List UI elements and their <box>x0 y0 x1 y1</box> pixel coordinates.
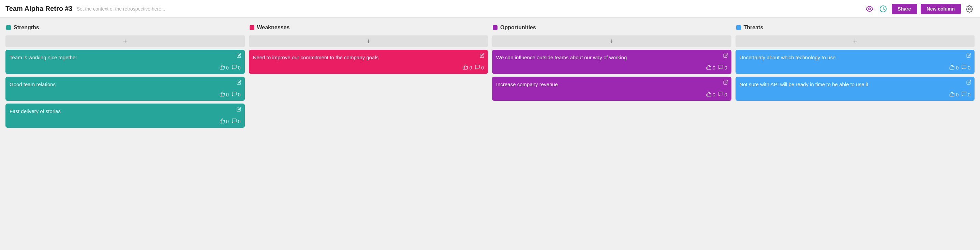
clock-icon <box>880 5 887 13</box>
card-comments[interactable]: 0 <box>232 118 241 125</box>
comment-icon <box>718 64 724 71</box>
card-footer: 0 0 <box>740 91 971 98</box>
edit-icon[interactable] <box>237 107 242 113</box>
add-card-button-weaknesses[interactable]: + <box>249 35 488 47</box>
card: Need to improve our commitment to the co… <box>249 50 488 74</box>
comment-count: 0 <box>238 65 241 71</box>
comment-icon <box>232 64 237 71</box>
comment-count: 0 <box>238 119 241 124</box>
card-footer: 0 0 <box>253 64 484 71</box>
share-button[interactable]: Share <box>892 4 917 14</box>
card: Fast delivery of stories 0 0 <box>5 104 245 128</box>
header-actions: Share New column <box>864 4 975 14</box>
card-footer: 0 0 <box>496 91 727 98</box>
like-icon <box>463 64 468 71</box>
new-column-button[interactable]: New column <box>921 4 961 14</box>
like-count: 0 <box>713 65 715 71</box>
like-count: 0 <box>226 65 229 71</box>
card-comments[interactable]: 0 <box>961 64 970 71</box>
svg-point-2 <box>969 8 970 10</box>
comment-icon <box>718 91 724 98</box>
column-dot-threats <box>736 25 741 30</box>
card-likes[interactable]: 0 <box>706 64 715 71</box>
comment-icon <box>961 91 967 98</box>
edit-icon[interactable] <box>237 80 242 86</box>
add-card-button-threats[interactable]: + <box>735 35 975 47</box>
card-text: Uncertainty about which technology to us… <box>740 54 971 61</box>
column-header-threats: Threats <box>735 22 975 33</box>
like-count: 0 <box>226 92 229 97</box>
card-comments[interactable]: 0 <box>232 64 241 71</box>
card: Team is working nice together 0 0 <box>5 50 245 74</box>
card: Increase company revenue 0 0 <box>492 77 732 101</box>
column-opportunities: Opportunities+We can influence outside t… <box>492 22 732 101</box>
like-count: 0 <box>713 92 715 97</box>
column-title-weaknesses: Weaknesses <box>257 25 290 31</box>
card-likes[interactable]: 0 <box>949 64 959 71</box>
comment-icon <box>475 64 480 71</box>
edit-icon[interactable] <box>723 53 728 59</box>
column-dot-opportunities <box>493 25 498 30</box>
like-icon <box>220 91 225 98</box>
column-title-opportunities: Opportunities <box>500 25 536 31</box>
card-comments[interactable]: 0 <box>961 91 970 98</box>
edit-icon[interactable] <box>966 80 971 86</box>
card-text: Increase company revenue <box>496 81 727 88</box>
card: Uncertainty about which technology to us… <box>735 50 975 74</box>
like-icon <box>220 64 225 71</box>
add-card-button-opportunities[interactable]: + <box>492 35 732 47</box>
edit-icon[interactable] <box>480 53 485 59</box>
card-footer: 0 0 <box>496 64 727 71</box>
app-header: Team Alpha Retro #3 Set the context of t… <box>0 0 980 18</box>
edit-icon[interactable] <box>966 53 971 59</box>
card: Good team relations 0 0 <box>5 77 245 101</box>
column-weaknesses: Weaknesses+Need to improve our commitmen… <box>249 22 488 74</box>
like-icon <box>706 64 712 71</box>
eye-button[interactable] <box>864 4 875 14</box>
page-title: Team Alpha Retro #3 <box>5 5 73 13</box>
like-icon <box>949 64 955 71</box>
like-icon <box>949 91 955 98</box>
card-text: Good team relations <box>10 81 241 88</box>
card-text: Need to improve our commitment to the co… <box>253 54 484 61</box>
card: We can influence outside teams about our… <box>492 50 732 74</box>
comment-count: 0 <box>968 65 970 71</box>
page-subtitle: Set the context of the retrospective her… <box>77 6 860 11</box>
card-comments[interactable]: 0 <box>232 91 241 98</box>
card-likes[interactable]: 0 <box>706 91 715 98</box>
card-likes[interactable]: 0 <box>949 91 959 98</box>
card-footer: 0 0 <box>10 64 241 71</box>
card-likes[interactable]: 0 <box>463 64 472 71</box>
card-comments[interactable]: 0 <box>718 91 727 98</box>
column-dot-strengths <box>6 25 11 30</box>
like-count: 0 <box>226 119 229 124</box>
card-comments[interactable]: 0 <box>718 64 727 71</box>
card-likes[interactable]: 0 <box>220 118 229 125</box>
card-likes[interactable]: 0 <box>220 64 229 71</box>
card-text: We can influence outside teams about our… <box>496 54 727 61</box>
edit-icon[interactable] <box>723 80 728 86</box>
card-likes[interactable]: 0 <box>220 91 229 98</box>
column-header-opportunities: Opportunities <box>492 22 732 33</box>
card-footer: 0 0 <box>10 91 241 98</box>
card-footer: 0 0 <box>740 64 971 71</box>
column-header-weaknesses: Weaknesses <box>249 22 488 33</box>
card-comments[interactable]: 0 <box>475 64 484 71</box>
card-text: Team is working nice together <box>10 54 241 61</box>
column-dot-weaknesses <box>250 25 255 30</box>
column-strengths: Strengths+Team is working nice together … <box>5 22 245 128</box>
clock-button[interactable] <box>878 4 888 14</box>
like-icon <box>220 118 225 125</box>
card-text: Fast delivery of stories <box>10 108 241 115</box>
edit-icon[interactable] <box>237 53 242 59</box>
settings-button[interactable] <box>964 4 975 14</box>
column-title-strengths: Strengths <box>14 25 39 31</box>
card: Not sure with API will be ready in time … <box>735 77 975 101</box>
comment-icon <box>961 64 967 71</box>
comment-count: 0 <box>725 92 727 97</box>
like-count: 0 <box>469 65 472 71</box>
comment-icon <box>232 118 237 125</box>
eye-icon <box>866 5 873 13</box>
card-footer: 0 0 <box>10 118 241 125</box>
add-card-button-strengths[interactable]: + <box>5 35 245 47</box>
